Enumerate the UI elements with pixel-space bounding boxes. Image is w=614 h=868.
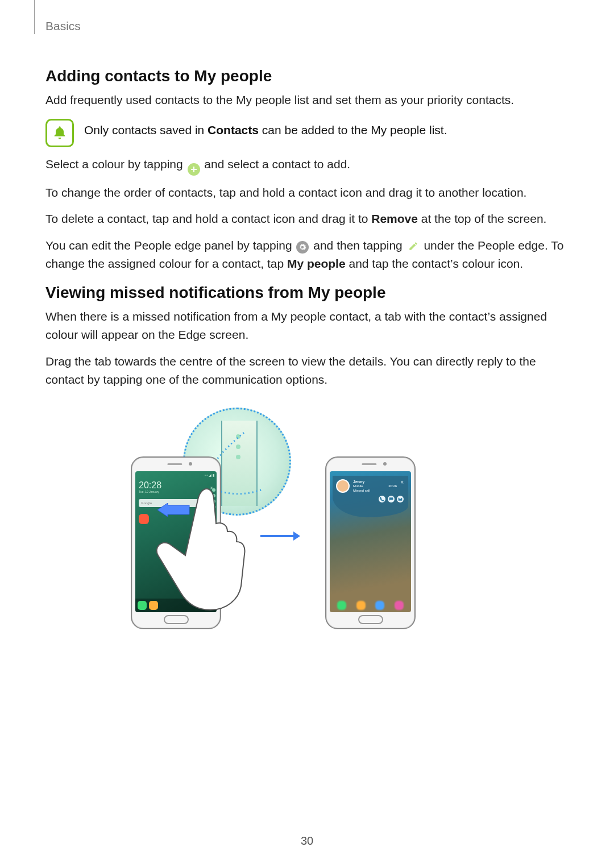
note-bold: Contacts: [208, 123, 259, 136]
note-text-b: can be added to the My people list.: [259, 123, 447, 136]
hand-gesture-icon: [149, 475, 263, 625]
page: Basics Adding contacts to My people Add …: [0, 0, 614, 868]
page-number: 30: [0, 834, 614, 848]
heading-adding-contacts: Adding contacts to My people: [45, 67, 569, 85]
meta-time: 20:26: [388, 484, 397, 489]
header-divider: [34, 0, 36, 34]
arrow-right-icon: [260, 531, 300, 541]
dock-app: [138, 601, 147, 610]
close-icon: ×: [400, 479, 405, 485]
missed-notification-panel: Jenny Mobile 20:26 Missed call ×: [333, 476, 408, 517]
pencil-icon: [407, 240, 420, 252]
gear-icon: [296, 241, 309, 254]
p4bold: Remove: [371, 212, 418, 225]
p5d: and tap the contact’s colour icon.: [346, 257, 523, 270]
note-text: Only contacts saved in Contacts can be a…: [84, 118, 447, 140]
home-button: [358, 615, 383, 624]
p5bold: My people: [287, 257, 346, 270]
note-callout: Only contacts saved in Contacts can be a…: [45, 118, 569, 147]
p5a: You can edit the People edge panel by ta…: [45, 239, 295, 252]
blurred-dock: [330, 601, 411, 610]
s2-p2: Drag the tab towards the centre of the s…: [45, 352, 569, 389]
p-edit-panel: You can edit the People edge panel by ta…: [45, 236, 569, 273]
intro-text: Add frequently used contacts to the My p…: [45, 91, 569, 110]
bell-icon: [45, 119, 74, 147]
p4b: at the top of the screen.: [418, 212, 546, 225]
meta-missed: Missed call: [353, 489, 397, 493]
contact-avatar: [336, 479, 350, 493]
reply-actions: [336, 496, 404, 502]
p-delete-contact: To delete a contact, tap and hold a cont…: [45, 210, 569, 229]
p2a: Select a colour by tapping: [45, 157, 186, 171]
s2-p1: When there is a missed notification from…: [45, 308, 569, 344]
p-select-colour: Select a colour by tapping and select a …: [45, 155, 569, 176]
phone-notification-detail: Jenny Mobile 20:26 Missed call ×: [325, 456, 416, 629]
figure: ▫ ▫ ◢ ▮ 20:28 ☀ Tue, 19 January Google 🎤: [45, 408, 569, 624]
p2b: and select a contact to add.: [204, 157, 350, 171]
app-icon: [139, 514, 149, 524]
mail-icon: [397, 496, 404, 502]
heading-viewing-missed: Viewing missed notifications from My peo…: [45, 284, 569, 302]
p-change-order: To change the order of contacts, tap and…: [45, 184, 569, 202]
contact-name: Jenny: [353, 479, 397, 484]
meta-mobile: Mobile: [353, 484, 363, 489]
note-text-a: Only contacts saved in: [84, 123, 208, 136]
p4a: To delete a contact, tap and hold a cont…: [45, 212, 371, 225]
content: Adding contacts to My people Add frequen…: [45, 57, 569, 624]
phone-right-screen: Jenny Mobile 20:26 Missed call ×: [330, 471, 411, 612]
call-icon: [379, 496, 385, 502]
message-icon: [388, 496, 395, 502]
p5b: and then tapping: [313, 239, 405, 252]
section-header: Basics: [45, 19, 81, 33]
add-icon: [188, 163, 200, 176]
